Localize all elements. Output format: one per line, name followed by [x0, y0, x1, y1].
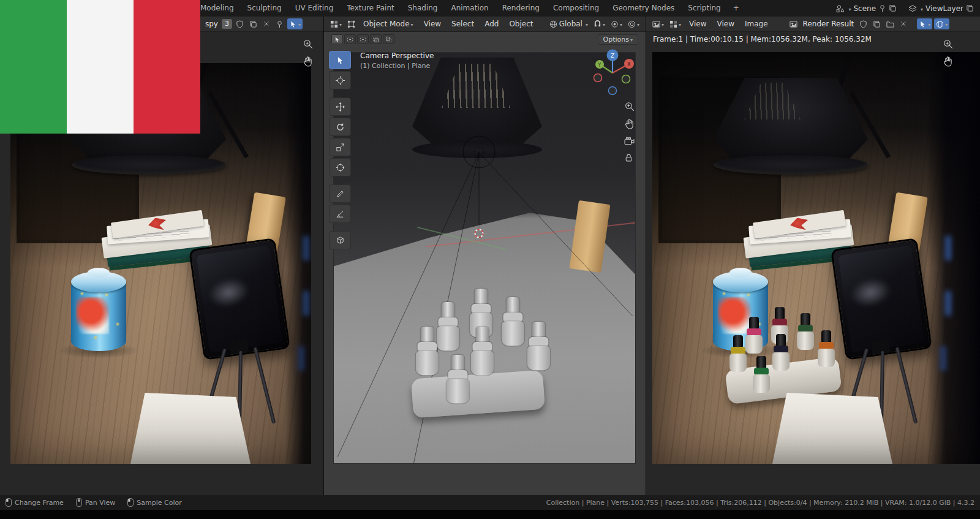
flag-stripe-white [67, 0, 134, 134]
lock-view-icon[interactable] [624, 153, 635, 162]
new-image-icon[interactable] [871, 19, 883, 29]
move-tool[interactable] [329, 97, 351, 116]
mouse-left-icon [6, 498, 12, 507]
snap-target-icon[interactable] [609, 18, 624, 29]
unlink-image-icon[interactable] [898, 19, 909, 29]
workspace-tab-compositing[interactable]: Compositing [546, 0, 606, 17]
svg-text:Z: Z [611, 53, 614, 59]
view-navigation-gizmo[interactable]: Z Y X [587, 47, 638, 99]
fake-user-shield-icon[interactable] [858, 19, 869, 29]
add-workspace-button[interactable]: + [728, 0, 745, 17]
select-box-tool[interactable] [329, 51, 351, 69]
object-mode-icon [345, 19, 357, 29]
flag-stripe-green [0, 0, 67, 134]
render-result-image [652, 52, 980, 464]
svg-text:Y: Y [598, 63, 601, 68]
copy-scene-icon[interactable] [889, 4, 897, 12]
editor-type-button[interactable] [328, 18, 344, 29]
mouse-left-icon [127, 498, 134, 507]
3d-cursor [470, 225, 488, 242]
viewport-zoom-icon[interactable] [624, 101, 635, 112]
clay-ink-bottles[interactable] [413, 289, 560, 420]
add-cube-tool[interactable] [329, 231, 351, 249]
image-editor-right-header: View View Image Render Result [646, 17, 980, 32]
pan-hand-icon[interactable] [303, 56, 313, 67]
pin-icon[interactable] [878, 4, 886, 12]
open-image-icon[interactable] [884, 19, 896, 29]
gizmo-chevron-icon [297, 20, 301, 28]
viewport-pan-hand-icon[interactable] [624, 119, 635, 129]
workspace-tab-scripting[interactable]: Scripting [681, 0, 727, 17]
workspace-tab-shading[interactable]: Shading [401, 0, 445, 17]
scene-selector[interactable]: Scene [836, 4, 897, 13]
viewlayer-name: ViewLayer [925, 4, 963, 13]
workspace-tab-animation[interactable]: Animation [444, 0, 495, 17]
viewport-3d: Object Mode View Select Add Object Globa… [323, 17, 646, 495]
viewport-toolbar [329, 51, 351, 249]
rotate-tool[interactable] [329, 118, 351, 136]
annotate-tool[interactable] [329, 184, 351, 203]
blue-tin [71, 268, 126, 351]
workspace-tab-texture-paint[interactable]: Texture Paint [340, 0, 401, 17]
snap-magnet-icon[interactable] [592, 18, 607, 29]
transform-orientation-select[interactable]: Global [548, 18, 590, 29]
fake-user-shield-icon[interactable] [234, 19, 246, 29]
status-bar: Change Frame Pan View Sample Color Colle… [0, 495, 980, 510]
image-name-label: spy [203, 20, 220, 28]
scene-name: Scene [853, 4, 876, 13]
mode-select[interactable]: Object Mode [359, 18, 418, 29]
bottle-tray [411, 370, 545, 419]
measure-tool[interactable] [329, 205, 351, 223]
select-intersect-button[interactable] [383, 34, 394, 44]
view-menu[interactable]: View [713, 18, 739, 29]
select-menu[interactable]: Select [447, 18, 478, 29]
workspace-tab-modeling[interactable]: Modeling [194, 0, 241, 17]
render-result-icon [788, 19, 799, 29]
hint-pan-view: Pan View [76, 498, 115, 507]
transform-tool[interactable] [329, 158, 351, 176]
image-menu[interactable]: Image [741, 18, 772, 29]
select-set-button[interactable] [331, 34, 343, 44]
zoom-icon[interactable] [943, 39, 953, 49]
workspace-tab-rendering[interactable]: Rendering [496, 0, 546, 17]
cursor-tool[interactable] [329, 71, 351, 89]
light-gizmo[interactable] [462, 135, 496, 169]
viewlayer-icon [908, 4, 917, 13]
view-menu[interactable]: View [420, 18, 445, 29]
unlink-image-icon[interactable] [261, 19, 272, 29]
object-menu[interactable]: Object [505, 18, 537, 29]
options-dropdown[interactable]: Options [598, 34, 638, 45]
view-name-label: Camera Perspective [360, 51, 434, 60]
gizmo-toggle-button[interactable] [917, 18, 932, 29]
hint-sample-color: Sample Color [127, 498, 181, 507]
proportional-editing-icon[interactable] [626, 18, 641, 29]
mouse-middle-icon [76, 498, 82, 507]
blender-window: Modeling Sculpting UV Editing Texture Pa… [0, 0, 980, 519]
add-menu[interactable]: Add [480, 18, 503, 29]
display-channels-icon[interactable] [668, 18, 683, 29]
gizmo-toggle-button[interactable] [287, 18, 303, 29]
pin-image-icon[interactable] [274, 19, 285, 29]
workspace-tab-sculpting[interactable]: Sculpting [241, 0, 288, 17]
viewlayer-selector[interactable]: ViewLayer [908, 4, 974, 13]
image-users-count-button[interactable]: 3 [222, 19, 232, 29]
scale-tool[interactable] [329, 138, 351, 156]
editor-type-button[interactable] [650, 18, 666, 29]
select-subtract-button[interactable] [357, 34, 369, 44]
zoom-icon[interactable] [303, 39, 313, 49]
workspace-tab-uv-editing[interactable]: UV Editing [288, 0, 341, 17]
select-invert-button[interactable] [370, 34, 382, 44]
workspace-tab-geometry-nodes[interactable]: Geometry Nodes [606, 0, 681, 17]
scene-icon [836, 4, 845, 13]
copy-viewlayer-icon[interactable] [966, 4, 974, 12]
select-extend-button[interactable] [344, 34, 356, 44]
new-image-icon[interactable] [247, 19, 259, 29]
viewport-header: Object Mode View Select Add Object Globa… [324, 17, 646, 32]
scene-chevron-icon [847, 4, 851, 13]
view-gizmo-menu[interactable]: View [685, 18, 710, 29]
tool-settings-bar: Options [324, 33, 646, 45]
overlays-toggle-button[interactable] [934, 18, 949, 29]
pan-hand-icon[interactable] [943, 56, 953, 67]
render-result-label: Render Result [801, 20, 856, 28]
camera-view-icon[interactable] [624, 137, 635, 146]
